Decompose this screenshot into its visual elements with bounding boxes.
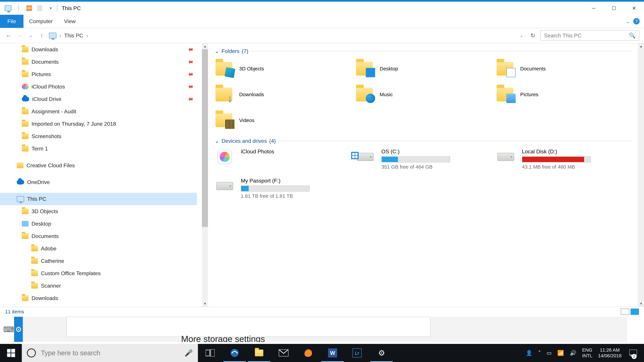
taskbar-app-settings[interactable]: ⚙ — [369, 344, 394, 362]
creative-cloud-icon — [17, 163, 24, 168]
volume-icon[interactable]: 🔊 — [570, 350, 576, 356]
folder-icon — [22, 71, 28, 77]
nav-item[interactable]: Documents📌 — [0, 56, 197, 68]
breadcrumb-item[interactable]: This PC — [64, 32, 83, 39]
app-icon — [5, 5, 12, 11]
help-icon[interactable]: ? — [633, 18, 640, 24]
nav-item[interactable]: Assignment - Audit — [0, 105, 197, 118]
nav-forward-button[interactable]: → — [16, 32, 24, 39]
address-dropdown-icon[interactable]: ⌄ — [518, 32, 525, 39]
folder-tile[interactable]: 3D Objects — [215, 59, 350, 79]
ribbon-tab-computer[interactable]: Computer — [24, 15, 58, 28]
search-box[interactable]: 🔍 — [540, 30, 639, 41]
folder-tile[interactable]: Pictures — [496, 84, 631, 105]
nav-item[interactable]: Desktop — [0, 218, 197, 230]
scroll-down-icon[interactable]: ▾ — [638, 301, 644, 307]
taskbar-app-explorer[interactable] — [247, 344, 271, 362]
drive-tile[interactable]: OS (C:)351 GB free of 464 GB — [355, 148, 491, 172]
qat-newfolder-icon[interactable] — [36, 5, 43, 11]
taskbar-app-word[interactable]: W — [320, 344, 345, 362]
tray-overflow-icon[interactable]: ˄ — [538, 350, 541, 356]
nav-item-label: Documents — [32, 233, 59, 239]
content-scrollbar-track[interactable]: ▴ ▾ — [638, 43, 644, 307]
nav-item[interactable]: OneDrive — [0, 176, 197, 188]
nav-item[interactable]: Pictures📌 — [0, 68, 197, 80]
view-tiles-button[interactable] — [630, 309, 639, 315]
chevron-down-icon[interactable]: ⌄ — [215, 138, 219, 144]
nav-item[interactable]: Term 1 — [0, 142, 197, 155]
group-header-folders[interactable]: ⌄ Folders (7) — [215, 48, 631, 54]
folder-tile[interactable]: Downloads — [215, 84, 350, 105]
nav-scrollbar-track[interactable]: ▴ ▾ — [202, 43, 208, 307]
minimize-button[interactable]: ─ — [584, 2, 604, 15]
nav-item[interactable]: Scanner — [0, 280, 197, 292]
language-indicator[interactable]: ENG INTL — [582, 347, 592, 359]
nav-item[interactable]: Adobe — [0, 242, 197, 255]
nav-item[interactable]: Downloads — [0, 292, 197, 304]
nav-item[interactable]: iCloud Drive📌 — [0, 93, 197, 105]
folder-tile[interactable]: Music — [355, 84, 491, 105]
nav-up-button[interactable]: ↑ — [38, 32, 46, 39]
bg-window-tabs: ⌨ ⚙ — [3, 317, 23, 342]
nav-item[interactable]: iCloud Photos📌 — [0, 80, 197, 93]
search-icon[interactable]: 🔍 — [629, 32, 636, 39]
nav-item[interactable]: 3D Objects — [0, 205, 197, 218]
drive-tile[interactable]: My Passport (F:)1.61 TB free of 1.81 TB — [215, 178, 350, 201]
battery-icon[interactable]: ▭ — [546, 350, 552, 356]
drive-tile[interactable]: iCloud Photos — [215, 148, 350, 172]
clock[interactable]: 11:26 AM 14/06/2018 — [598, 347, 622, 359]
taskbar-app-mail[interactable] — [271, 344, 296, 362]
qat-properties-icon[interactable] — [26, 5, 32, 11]
folder-label: Documents — [520, 66, 546, 71]
nav-item[interactable]: Catherine — [0, 255, 197, 267]
nav-item[interactable]: Downloads📌 — [0, 43, 197, 56]
scroll-down-icon[interactable]: ▾ — [202, 301, 208, 307]
nav-item[interactable]: Documents — [0, 230, 197, 242]
folder-tile[interactable]: Desktop — [355, 59, 491, 79]
qat-dropdown-icon[interactable]: ▾ — [47, 5, 54, 11]
maximize-button[interactable]: ☐ — [604, 2, 624, 15]
taskbar-app-lightroom[interactable]: Lr — [345, 344, 369, 362]
taskbar-app-edge[interactable] — [222, 344, 247, 362]
start-button[interactable] — [0, 344, 22, 362]
drive-tile[interactable]: Local Disk (D:)43.1 MB free of 460 MB — [496, 148, 631, 172]
action-center-button[interactable]: 2 — [627, 344, 639, 362]
taskbar-app-firefox[interactable] — [296, 344, 320, 362]
close-button[interactable]: ✕ — [624, 2, 644, 15]
nav-item[interactable]: Screenshots — [0, 130, 197, 142]
refresh-button[interactable]: ↻ — [529, 32, 537, 39]
chevron-right-icon[interactable]: › — [86, 32, 88, 39]
bg-tab-settings[interactable]: ⚙ — [14, 317, 23, 342]
scroll-up-icon[interactable]: ▴ — [638, 43, 644, 49]
search-input[interactable] — [544, 32, 629, 39]
svg-rect-1 — [27, 8, 31, 8]
nav-back-button[interactable]: ← — [5, 32, 12, 39]
view-details-button[interactable] — [621, 309, 629, 315]
microphone-icon[interactable]: 🎤 — [184, 349, 193, 357]
window-controls: ─ ☐ ✕ — [584, 2, 644, 15]
people-icon[interactable]: 👤 — [526, 350, 532, 356]
task-view-button[interactable] — [198, 344, 222, 362]
wifi-icon[interactable]: 📶 — [557, 350, 564, 356]
taskbar-search[interactable]: 🎤 — [22, 344, 198, 362]
ribbon-tab-view[interactable]: View — [58, 15, 81, 28]
taskbar-search-input[interactable] — [41, 349, 180, 357]
drive-icon — [355, 148, 375, 165]
chevron-right-icon[interactable]: › — [59, 32, 61, 39]
scroll-up-icon[interactable]: ▴ — [202, 43, 208, 49]
nav-item[interactable]: Imported on Thursday, 7 June 2018 — [0, 118, 197, 130]
nav-recent-dropdown[interactable]: ⌄ — [27, 32, 34, 39]
breadcrumb[interactable]: › This PC › — [49, 32, 514, 39]
drive-icon — [496, 148, 516, 165]
ribbon-tab-file[interactable]: File — [0, 15, 24, 28]
folder-tile[interactable]: Documents — [496, 59, 631, 79]
nav-scrollbar-thumb[interactable] — [202, 49, 208, 227]
nav-item[interactable]: Custom Office Templates — [0, 267, 197, 280]
bg-tab-keyboard[interactable]: ⌨ — [3, 317, 14, 342]
nav-item[interactable]: Creative Cloud Files — [0, 159, 197, 172]
chevron-down-icon[interactable]: ⌄ — [215, 48, 219, 54]
group-header-drives[interactable]: ⌄ Devices and drives (4) — [215, 138, 631, 144]
folder-tile[interactable]: Videos — [215, 110, 350, 130]
nav-item[interactable]: This PC — [0, 193, 197, 205]
ribbon-collapse-icon[interactable]: ⌄ — [626, 18, 630, 24]
